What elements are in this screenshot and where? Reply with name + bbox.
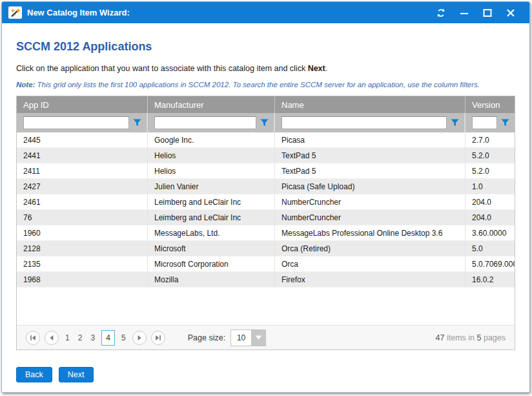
page-size-label: Page size: <box>188 333 225 342</box>
cell-version[interactable]: 5.0 <box>466 241 515 256</box>
cell-version[interactable]: 5.2.0 <box>466 148 515 163</box>
version-filter-icon[interactable] <box>501 119 509 127</box>
cell-version[interactable]: 5.0.7069.0000 <box>466 256 515 272</box>
cell-version[interactable]: 2.7.0 <box>466 132 515 148</box>
table-row[interactable]: 2427 Julien Vanier Picasa (Safe Upload) … <box>17 179 515 194</box>
cell-version[interactable]: 1.0 <box>466 179 515 194</box>
cell-app-id[interactable]: 76 <box>17 210 148 225</box>
cell-app-id[interactable]: 2441 <box>17 148 148 163</box>
cell-name[interactable]: Picasa <box>275 132 466 148</box>
filter-cell-app-id <box>17 113 148 132</box>
table-row[interactable]: 2128 Microsoft Orca (Retired) 5.0 <box>17 241 515 256</box>
table-row[interactable]: 2135 Microsoft Corporation Orca 5.0.7069… <box>17 256 515 272</box>
cell-name[interactable]: NumberCruncher <box>275 210 466 225</box>
wizard-content: SCCM 2012 Applications Click on the appl… <box>2 23 529 367</box>
cell-manufacturer[interactable]: Microsoft <box>148 241 275 256</box>
page-size-dropdown[interactable]: 10 <box>230 329 266 346</box>
cell-app-id[interactable]: 2427 <box>17 179 148 194</box>
cell-name[interactable]: Orca (Retired) <box>275 241 466 256</box>
cell-manufacturer[interactable]: Helios <box>148 163 275 179</box>
cell-app-id[interactable]: 1968 <box>17 272 148 287</box>
column-header-manufacturer[interactable]: Manufacturer <box>148 96 275 113</box>
cell-version[interactable]: 204.0 <box>466 194 515 210</box>
cell-manufacturer[interactable]: Julien Vanier <box>148 179 275 194</box>
close-button[interactable] <box>504 6 518 19</box>
titlebar-left: New Catalog Item Wizard: <box>8 6 434 19</box>
page-number-3[interactable]: 3 <box>88 333 97 342</box>
cell-name[interactable]: TextPad 5 <box>275 163 466 179</box>
window-title: New Catalog Item Wizard: <box>27 8 130 17</box>
cell-name[interactable]: Picasa (Safe Upload) <box>275 179 466 194</box>
column-header-name[interactable]: Name <box>275 96 466 113</box>
note-label: Note: <box>16 81 35 89</box>
filter-cell-name <box>275 113 466 132</box>
cell-manufacturer[interactable]: Mozilla <box>148 272 275 287</box>
cell-version[interactable]: 204.0 <box>466 210 515 225</box>
cell-manufacturer[interactable]: MessageLabs, Ltd. <box>148 225 275 241</box>
name-filter-icon[interactable] <box>451 119 459 127</box>
table-row[interactable]: 2441 Helios TextPad 5 5.2.0 <box>17 148 515 163</box>
table-row[interactable]: 76 Leimberg and LeClair Inc NumberCrunch… <box>17 210 515 225</box>
page-number-2[interactable]: 2 <box>76 333 85 342</box>
last-page-button[interactable] <box>151 331 165 345</box>
back-button[interactable]: Back <box>16 367 52 382</box>
note-body: This grid only lists the first 100 appli… <box>35 81 480 89</box>
column-header-version[interactable]: Version <box>466 96 515 113</box>
maximize-button[interactable] <box>480 6 495 19</box>
page-number-5[interactable]: 5 <box>119 333 128 342</box>
page-size-group: Page size: 10 <box>188 329 266 346</box>
page-number-1[interactable]: 1 <box>63 333 72 342</box>
table-row[interactable]: 2461 Leimberg and LeClair Inc NumberCrun… <box>17 194 515 210</box>
app-id-filter-input[interactable] <box>23 116 129 129</box>
manufacturer-filter-input[interactable] <box>154 116 256 129</box>
cell-version[interactable]: 16.0.2 <box>466 272 515 287</box>
first-page-button[interactable] <box>26 331 40 345</box>
column-header-app-id[interactable]: App ID <box>17 96 148 113</box>
table-row[interactable]: 1960 MessageLabs, Ltd. MessageLabs Profe… <box>17 225 515 241</box>
chevron-down-icon[interactable] <box>252 330 265 346</box>
manufacturer-filter-icon[interactable] <box>260 119 269 127</box>
wizard-window: New Catalog Item Wizard: <box>1 1 530 393</box>
current-page-indicator[interactable]: 4 <box>101 330 115 346</box>
next-button[interactable]: Next <box>59 367 94 382</box>
minimize-button[interactable] <box>457 6 471 19</box>
version-filter-input[interactable] <box>472 116 497 129</box>
instruction-next-emphasis: Next <box>308 64 325 73</box>
cell-app-id[interactable]: 2445 <box>17 132 148 148</box>
cell-app-id[interactable]: 2411 <box>17 163 148 179</box>
cell-app-id[interactable]: 2461 <box>17 194 148 210</box>
titlebar: New Catalog Item Wizard: <box>2 2 529 23</box>
cell-version[interactable]: 5.2.0 <box>466 163 515 179</box>
cell-manufacturer[interactable]: Google Inc. <box>148 132 275 148</box>
cell-app-id[interactable]: 2135 <box>17 256 148 272</box>
cell-app-id[interactable]: 1960 <box>17 225 148 241</box>
previous-page-button[interactable] <box>45 331 59 345</box>
cell-name[interactable]: TextPad 5 <box>275 148 466 163</box>
app-id-filter-icon[interactable] <box>133 119 141 127</box>
wizard-wand-icon <box>8 6 22 19</box>
refresh-button[interactable] <box>434 6 448 19</box>
applications-grid: App ID Manufacturer Name Version <box>16 96 515 350</box>
table-row[interactable]: 1968 Mozilla Firefox 16.0.2 <box>17 272 515 287</box>
cell-manufacturer[interactable]: Leimberg and LeClair Inc <box>148 210 275 225</box>
page-size-value: 10 <box>231 330 252 346</box>
cell-name[interactable]: Orca <box>275 256 466 272</box>
wizard-footer: Back Next <box>2 367 529 392</box>
cell-app-id[interactable]: 2128 <box>17 241 148 256</box>
name-filter-input[interactable] <box>281 116 447 129</box>
page-title: SCCM 2012 Applications <box>16 40 515 54</box>
cell-name[interactable]: MessageLabs Professional Online Desktop … <box>275 225 466 241</box>
filter-cell-manufacturer <box>148 113 275 132</box>
cell-manufacturer[interactable]: Helios <box>148 148 275 163</box>
cell-manufacturer[interactable]: Microsoft Corporation <box>148 256 275 272</box>
cell-version[interactable]: 3.60.0000 <box>466 225 515 241</box>
items-text: items in <box>445 333 477 342</box>
table-row[interactable]: 2411 Helios TextPad 5 5.2.0 <box>17 163 515 179</box>
cell-manufacturer[interactable]: Leimberg and LeClair Inc <box>148 194 275 210</box>
cell-name[interactable]: NumberCruncher <box>275 194 466 210</box>
pager-controls: 1 2 3 4 5 Page size: 10 <box>26 329 266 346</box>
cell-name[interactable]: Firefox <box>275 272 466 287</box>
instruction-suffix: . <box>325 64 327 73</box>
next-page-button[interactable] <box>132 331 147 345</box>
table-row[interactable]: 2445 Google Inc. Picasa 2.7.0 <box>17 132 515 148</box>
